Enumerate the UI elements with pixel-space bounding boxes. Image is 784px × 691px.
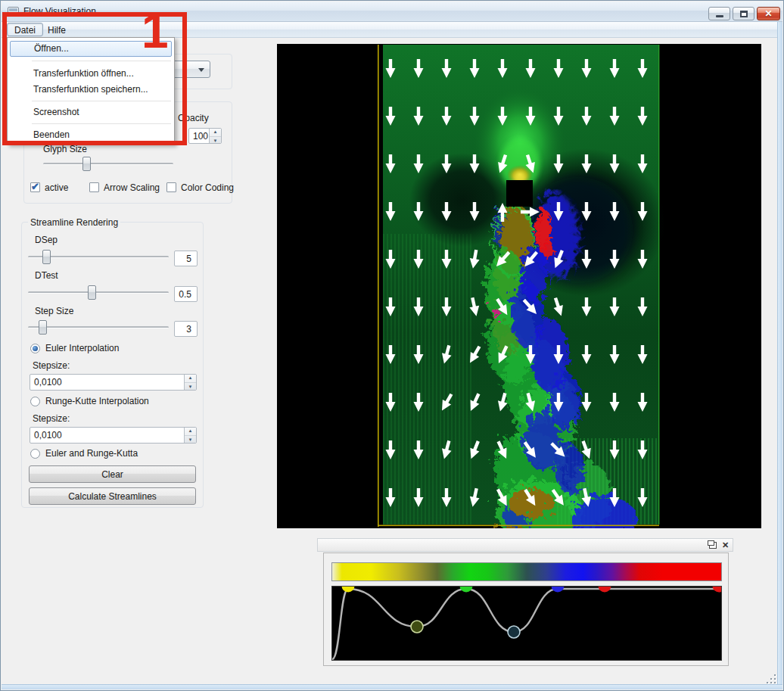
slider-groove [28,291,169,294]
opacity-spin-buttons[interactable]: ▲▼ [209,129,221,143]
menu-item-beenden[interactable]: Beenden [10,127,172,143]
slider-groove [43,163,173,165]
stepsize2-spin-buttons[interactable]: ▲▼ [184,428,196,443]
maximize-icon [740,11,748,17]
minimize-button[interactable] [708,7,730,20]
menu-separator [32,123,171,124]
euler-and-runge-kutta-radio[interactable] [30,449,40,459]
obstacle-square [506,180,533,207]
stepsize1-value: 0,0100 [34,377,62,388]
spin-down-icon: ▼ [210,136,221,144]
spin-down-icon: ▼ [185,435,196,443]
slider-handle[interactable] [42,250,51,264]
slider-handle[interactable] [82,157,91,171]
flow-visualization-window: { "window": { "title": "Flow Visualizati… [0,0,784,691]
dock-close-icon[interactable]: ✕ [722,540,729,550]
spin-up-icon: ▲ [185,375,196,382]
flow-visualization-canvas[interactable] [277,44,761,528]
minimize-icon [716,15,723,17]
calculate-streamlines-button[interactable]: Calculate Streamlines [29,487,196,505]
dsep-value[interactable]: 5 [174,251,198,266]
spin-down-icon: ▼ [185,382,196,390]
menu-separator [32,101,171,101]
menu-item-oeffnen[interactable]: Öffnen... [10,41,172,57]
step-size-slider[interactable] [28,320,169,335]
app-icon [8,7,19,17]
curve-editor-image [332,587,721,660]
menu-item-screenshot[interactable]: Screenshot [10,104,172,120]
resize-grip[interactable] [764,672,776,683]
flow-field-image [277,44,761,528]
window-edge-right [777,22,782,685]
float-window-icon[interactable] [709,542,717,549]
close-icon: ✕ [764,8,772,19]
dtest-value[interactable]: 0.5 [174,286,198,302]
spin-up-icon: ▲ [210,129,221,136]
dtest-label: DTest [35,270,58,281]
close-button[interactable]: ✕ [757,7,780,20]
opacity-label: Opacity [178,113,209,123]
datei-menu-popup: Öffnen... Transferfunktion öffnen... Tra… [7,37,175,145]
arrow-scaling-checkbox-label: Arrow Scaling [104,182,160,193]
menu-datei[interactable]: Datei [7,23,43,36]
title-bar[interactable]: Flow Visualization ✕ [2,2,782,22]
maximize-button[interactable] [733,7,754,20]
euler-interpolation-radio[interactable] [30,344,40,353]
slider-groove [28,326,169,328]
opacity-value: 100 [193,131,208,142]
runge-kutte-radio[interactable] [30,397,40,406]
dsep-slider[interactable] [28,250,169,264]
slider-handle[interactable] [88,285,96,300]
window-title: Flow Visualization [23,6,96,17]
chevron-down-icon [198,68,204,72]
runge-kutte-label: Runge-Kutte Interpolation [45,396,149,406]
stepsize2-value: 0,0100 [34,430,62,440]
stepsize1-spinbox[interactable]: 0,0100 ▲▼ [30,374,197,391]
seed-line-left [378,45,379,527]
slider-handle[interactable] [39,320,47,335]
euler-interpolation-label: Euler Interpolation [45,343,119,353]
glyph-size-label: Glyph Size [43,144,87,154]
stepsize1-label: Stepsize: [33,360,70,371]
glyph-size-slider[interactable] [43,157,173,171]
dtest-slider[interactable] [28,285,169,300]
flow-field [383,45,665,528]
transfer-function-gradient-bar[interactable] [331,562,722,581]
transfer-function-dock-titlebar[interactable]: ✕ [317,538,733,552]
active-checkbox[interactable]: ✔ [30,182,40,192]
window-frame: Flow Visualization ✕ Datei Hilfe Opacity… [0,0,784,691]
color-coding-checkbox[interactable]: ✔ [166,182,176,192]
transfer-function-curve-editor[interactable] [331,586,722,661]
color-coding-checkbox-label: Color Coding [181,182,234,193]
step-size-label: Step Size [35,306,73,316]
streamline-group-title: Streamline Rendering [28,217,120,228]
euler-and-runge-kutta-label: Euler and Runge-Kutta [45,448,138,459]
border-line-bottom [378,525,659,527]
stepsize2-label: Stepsize: [33,413,70,424]
menu-hilfe[interactable]: Hilfe [40,23,73,36]
radio-dot-icon [33,346,38,351]
streamline-rendering-group: Streamline Rendering DSep 5 DTest 0.5 St… [21,222,204,508]
transfer-function-panel [323,552,729,666]
clear-button[interactable]: Clear [29,465,196,483]
spin-up-icon: ▲ [185,428,196,435]
menu-bar: Datei Hilfe [2,22,782,38]
window-edge-bottom [2,684,782,689]
stepsize2-spinbox[interactable]: 0,0100 ▲▼ [30,427,197,444]
arrow-scaling-checkbox[interactable]: ✔ [89,182,99,192]
opacity-spinbox[interactable]: 100 ▲▼ [188,128,222,144]
gradient-bar-image [332,563,721,581]
check-icon: ✔ [31,181,39,192]
menu-separator [32,61,171,61]
step-size-value[interactable]: 3 [174,321,198,337]
active-checkbox-label: active [45,182,68,193]
menu-item-transferfunktion-oeffnen[interactable]: Transferfunktion öffnen... [10,66,172,82]
menu-item-transferfunktion-speichern[interactable]: Transferfunktion speichern... [10,82,172,98]
stepsize1-spin-buttons[interactable]: ▲▼ [184,375,196,390]
dsep-label: DSep [35,235,58,245]
